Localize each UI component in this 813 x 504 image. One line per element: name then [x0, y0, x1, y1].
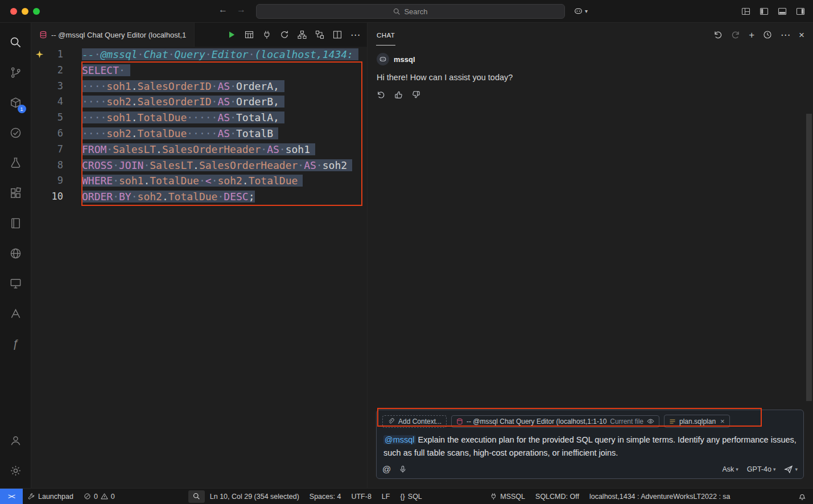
line-number[interactable]: 6	[31, 126, 63, 142]
toggle-panel-icon[interactable]	[778, 7, 787, 16]
code-line[interactable]: 4····soh2.SalesOrderID·AS·OrderB,	[31, 94, 367, 110]
chevron-down-icon: ▾	[795, 466, 798, 472]
code-line[interactable]: 2SELECT·	[31, 63, 367, 79]
code-line[interactable]: 9WHERE·soh1.TotalDue·<·soh2.TotalDue	[31, 173, 367, 189]
sidebar-item-source-control[interactable]	[0, 57, 31, 88]
redo-icon[interactable]	[731, 30, 740, 39]
split-editor-icon[interactable]	[333, 30, 342, 39]
context-chip-current-file[interactable]: -- @mssql Chat Query Editor (localhost,1…	[451, 415, 659, 428]
thumbs-down-icon[interactable]	[412, 90, 420, 99]
connection-status[interactable]: localhost,1434 : AdventureWorksLT2022 : …	[584, 489, 736, 504]
sqlcmd-toggle[interactable]: SQLCMD: Off	[530, 489, 584, 504]
code-line[interactable]: 5····soh1.TotalDue·····AS·TotalA,	[31, 110, 367, 126]
settings-button[interactable]	[0, 456, 31, 486]
sidebar-item-search[interactable]	[0, 27, 31, 57]
paperclip-icon	[387, 418, 395, 425]
tab-chat[interactable]: CHAT	[376, 24, 395, 46]
send-button[interactable]: ▾	[784, 465, 798, 474]
chat-input-container[interactable]: Add Context... -- @mssql Chat Query Edit…	[376, 410, 804, 479]
close-icon[interactable]: ×	[799, 30, 804, 40]
line-number[interactable]: 4	[31, 94, 63, 110]
sidebar-item-functions[interactable]: ƒ	[0, 329, 31, 359]
account-icon	[9, 434, 22, 447]
notifications-button[interactable]	[793, 489, 813, 504]
run-query-button[interactable]	[227, 30, 236, 39]
toggle-secondary-sidebar-icon[interactable]	[796, 7, 805, 16]
estimated-plan-icon[interactable]	[298, 30, 307, 39]
copilot-menu-button[interactable]: ▾	[573, 6, 588, 16]
customize-layout-icon[interactable]	[741, 7, 750, 16]
context-chip-plan[interactable]: plan.sqlplan ×	[664, 415, 730, 428]
zoom-window-button[interactable]	[33, 8, 40, 15]
forward-icon[interactable]: →	[237, 5, 246, 15]
code-line[interactable]: 1--·@mssql·Chat·Query·Editor·(localhost,…	[31, 47, 367, 63]
sidebar-item-web[interactable]	[0, 238, 31, 268]
line-number[interactable]: 9	[31, 173, 63, 189]
warning-icon	[101, 493, 108, 500]
launchpad-button[interactable]: Launchpad	[23, 489, 79, 504]
line-number[interactable]: 7	[31, 142, 63, 158]
command-center-search[interactable]: Search	[256, 4, 565, 19]
more-actions-icon[interactable]: ⋯	[350, 30, 360, 40]
sidebar-item-tasks[interactable]	[0, 118, 31, 148]
sidebar-item-azure[interactable]	[0, 299, 31, 329]
sidebar-item-connections[interactable]: 1	[0, 88, 31, 118]
line-number[interactable]: 8	[31, 158, 63, 173]
history-icon[interactable]	[763, 30, 772, 39]
change-connection-icon[interactable]	[280, 30, 289, 39]
book-icon	[9, 217, 22, 230]
mode-label: Ask	[722, 465, 734, 473]
line-number[interactable]: 3	[31, 79, 63, 94]
code-line[interactable]: 6····soh2.TotalDue·····AS·TotalB	[31, 126, 367, 142]
model-selector[interactable]: GPT-4o ▾	[747, 465, 776, 473]
code-editor[interactable]: 1--·@mssql·Chat·Query·Editor·(localhost,…	[31, 47, 367, 488]
regenerate-icon[interactable]	[377, 90, 385, 99]
mention-button[interactable]: @	[382, 464, 391, 474]
minimize-window-button[interactable]	[22, 8, 28, 15]
add-context-button[interactable]: Add Context...	[382, 415, 447, 428]
results-grid-icon[interactable]	[245, 30, 254, 39]
thumbs-up-icon[interactable]	[394, 90, 403, 99]
more-actions-icon[interactable]: ⋯	[781, 30, 790, 40]
close-icon[interactable]: ×	[720, 417, 725, 425]
encoding-setting[interactable]: UTF-8	[346, 489, 376, 504]
line-number[interactable]: 2	[31, 63, 63, 79]
scrollbar[interactable]	[806, 114, 812, 401]
mode-selector[interactable]: Ask ▾	[722, 465, 738, 473]
remote-indicator[interactable]: ><	[0, 489, 23, 504]
sidebar-item-extensions[interactable]	[0, 178, 31, 208]
indentation-setting[interactable]: Spaces: 4	[304, 489, 346, 504]
new-chat-icon[interactable]: +	[749, 30, 754, 40]
code-line[interactable]: 8CROSS·JOIN·SalesLT.SalesOrderHeader·AS·…	[31, 158, 367, 173]
traffic-lights	[10, 8, 40, 15]
sidebar-item-remote-explorer[interactable]	[0, 268, 31, 299]
problems-button[interactable]: 0 0	[79, 489, 120, 504]
code-line[interactable]: 10ORDER·BY·soh2.TotalDue·DESC;	[31, 189, 367, 205]
cursor-position[interactable]: Ln 10, Col 29 (354 selected)	[205, 489, 304, 504]
eol-setting[interactable]: LF	[377, 489, 395, 504]
toggle-primary-sidebar-icon[interactable]	[760, 7, 769, 16]
sidebar-item-testing[interactable]	[0, 148, 31, 178]
language-mode[interactable]: {} SQL	[395, 489, 427, 504]
chat-message-text: Hi there! How can I assist you today?	[377, 73, 804, 82]
close-window-button[interactable]	[10, 8, 17, 15]
code-line[interactable]: 7FROM·SalesLT.SalesOrderHeader·AS·soh1	[31, 142, 367, 158]
line-number[interactable]: 5	[31, 110, 63, 126]
code-line[interactable]: 3····soh1.SalesOrderID·AS·OrderA,	[31, 79, 367, 94]
disconnect-icon[interactable]	[262, 30, 271, 39]
account-button[interactable]	[0, 425, 31, 456]
mssql-extension-button[interactable]: MSSQL	[485, 489, 530, 504]
sidebar-item-notebooks[interactable]	[0, 208, 31, 238]
copilot-sparkle-icon[interactable]	[35, 50, 44, 59]
warning-count: 0	[111, 493, 115, 501]
editor-tab[interactable]: -- @mssql Chat Query Editor (localhost,1	[31, 23, 195, 47]
statusbar-search-button[interactable]	[188, 490, 205, 503]
mssql-avatar	[377, 53, 389, 65]
eye-icon[interactable]	[647, 418, 654, 425]
line-number[interactable]: 10	[31, 189, 63, 205]
back-icon[interactable]: ←	[218, 5, 228, 15]
query-plan-icon[interactable]	[315, 30, 324, 39]
undo-icon[interactable]	[713, 30, 723, 39]
mic-icon[interactable]	[399, 465, 407, 473]
chat-prompt-input[interactable]: @mssql Explain the execution plan for th…	[383, 433, 797, 459]
